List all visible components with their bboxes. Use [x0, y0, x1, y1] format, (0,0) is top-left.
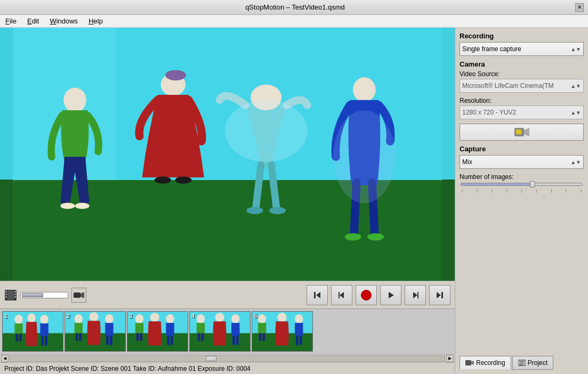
horizontal-scrollbar[interactable]: ◀ ▶ [0, 354, 455, 362]
svg-rect-85 [259, 333, 262, 340]
svg-rect-63 [136, 333, 139, 340]
svg-rect-57 [106, 336, 109, 345]
svg-rect-64 [140, 333, 142, 340]
step-forward-button[interactable] [405, 285, 426, 305]
svg-point-8 [155, 176, 171, 184]
video-source-arrow: ▲▼ [570, 83, 581, 89]
video-source-value: Microsoft® LifeCam Cinema(TM [462, 82, 554, 90]
svg-point-76 [215, 313, 224, 322]
resolution-arrow: ▲▼ [570, 110, 581, 116]
video-area [0, 28, 455, 281]
play-button[interactable] [380, 285, 401, 305]
svg-point-4 [60, 203, 75, 209]
scroll-track[interactable] [10, 355, 445, 362]
capture-mode-select[interactable]: Mix ▲▼ [460, 155, 584, 169]
thumbnail-2[interactable]: 2 [65, 311, 126, 352]
svg-rect-52 [76, 333, 78, 340]
thumbnail-strip: 1 2 [0, 308, 455, 354]
timeline-scrollbar[interactable] [20, 292, 68, 298]
camera-button[interactable] [71, 288, 86, 303]
scroll-thumb [206, 356, 216, 361]
svg-point-17 [333, 110, 395, 203]
thumbnail-1[interactable]: 1 [2, 311, 63, 352]
menu-windows[interactable]: Windows [46, 16, 81, 26]
svg-point-77 [231, 314, 239, 323]
svg-rect-23 [14, 294, 16, 295]
thumbnail-number: 3 [129, 313, 132, 319]
svg-rect-45 [40, 323, 48, 336]
transport-bar [0, 281, 455, 308]
svg-rect-73 [197, 323, 205, 333]
status-bar: Project ID: Das Projekt Scene ID: Szene … [0, 362, 455, 374]
thumb-canvas [3, 312, 63, 351]
svg-point-54 [89, 312, 98, 321]
svg-marker-33 [413, 292, 417, 298]
camera-label: Camera [460, 60, 584, 68]
project-tab[interactable]: Project [512, 356, 553, 370]
menu-bar: File Edit Windows Help [0, 15, 588, 28]
right-panel-spacer [460, 197, 584, 352]
svg-rect-100 [519, 364, 523, 365]
svg-point-39 [14, 315, 22, 324]
svg-rect-22 [14, 291, 16, 292]
recording-mode-select[interactable]: Single frame capture ▲▼ [460, 42, 584, 56]
svg-point-66 [166, 314, 174, 323]
scene-svg [0, 28, 455, 281]
recording-section: Recording Single frame capture ▲▼ [460, 32, 584, 56]
window-title: qStopMotion – TestVideo1.qsmd [15, 3, 575, 11]
scroll-left-button[interactable]: ◀ [1, 355, 9, 362]
svg-rect-29 [314, 292, 316, 298]
close-button[interactable]: ✕ [575, 3, 584, 12]
resolution-label: Resolution: [460, 97, 584, 104]
main-content: 1 2 [0, 28, 588, 374]
skip-to-end-button[interactable] [429, 285, 450, 305]
scroll-right-button[interactable]: ▶ [446, 355, 454, 362]
svg-marker-96 [471, 361, 474, 365]
svg-point-43 [27, 313, 35, 322]
record-button[interactable] [356, 285, 377, 305]
svg-point-3 [63, 87, 86, 112]
thumbnail-4[interactable]: 4 [189, 311, 251, 352]
images-slider-track[interactable] [461, 183, 583, 186]
svg-rect-20 [5, 294, 7, 295]
svg-rect-79 [232, 336, 235, 345]
left-panel: 1 2 [0, 28, 455, 374]
svg-rect-99 [519, 363, 525, 364]
menu-file[interactable]: File [2, 16, 20, 26]
capture-mode-value: Mix [462, 158, 472, 166]
project-tab-icon [518, 360, 526, 366]
thumbnail-number: 1 [4, 313, 7, 319]
svg-marker-32 [389, 292, 394, 298]
status-text: Project ID: Das Projekt Scene ID: Szene … [4, 365, 251, 372]
skip-to-start-button[interactable] [307, 285, 328, 305]
step-back-button[interactable] [331, 285, 352, 305]
svg-point-9 [175, 176, 192, 184]
camera-live-button[interactable] [460, 124, 584, 141]
slider-ticks: ||||||||| [461, 188, 583, 193]
menu-edit[interactable]: Edit [24, 16, 42, 26]
svg-rect-21 [5, 296, 7, 298]
timeline-scrollbar-thumb [22, 293, 43, 297]
svg-marker-35 [437, 292, 441, 298]
thumbnail-5[interactable]: 5 [252, 311, 313, 352]
camera-section: Camera Video Source: Microsoft® LifeCam … [460, 60, 584, 93]
svg-rect-25 [7, 290, 14, 300]
capture-section: Capture Mix ▲▼ [460, 145, 584, 169]
svg-rect-51 [75, 323, 83, 333]
svg-point-83 [258, 314, 266, 323]
thumbnail-3[interactable]: 3 [127, 311, 188, 352]
recording-tab[interactable]: Recording [460, 356, 511, 370]
svg-rect-46 [41, 336, 44, 345]
video-source-input: Microsoft® LifeCam Cinema(TM ▲▼ [460, 79, 584, 93]
svg-rect-75 [201, 333, 204, 340]
svg-rect-24 [14, 296, 16, 298]
svg-point-61 [135, 314, 143, 323]
svg-point-5 [75, 203, 90, 209]
svg-marker-30 [340, 292, 344, 298]
menu-help[interactable]: Help [85, 16, 106, 26]
images-slider-thumb[interactable] [530, 181, 535, 188]
svg-rect-80 [236, 336, 239, 345]
svg-rect-19 [5, 291, 7, 292]
title-bar: qStopMotion – TestVideo1.qsmd ✕ [0, 0, 588, 15]
svg-rect-78 [231, 323, 239, 336]
